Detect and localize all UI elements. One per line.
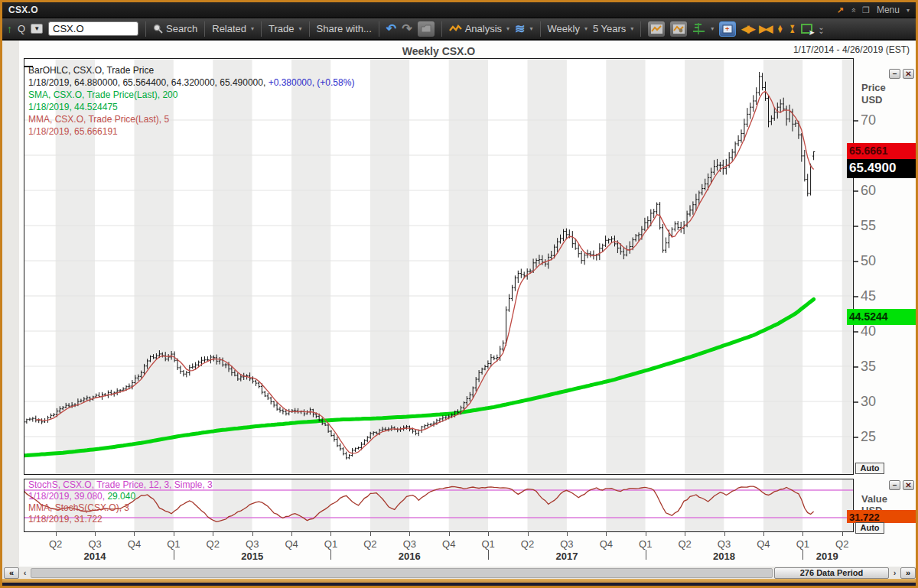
stoch-minimize-panel-icon[interactable]: – xyxy=(889,480,900,490)
quarter-label: Q2 xyxy=(835,538,848,550)
price-badge-2: 44.5244 xyxy=(847,309,916,325)
quarter-label: Q2 xyxy=(49,538,62,550)
window-title: CSX.O xyxy=(8,5,38,15)
time-axis-tick xyxy=(370,532,371,536)
price-tick-55: 55 xyxy=(854,218,876,234)
legend-series-dash xyxy=(24,66,33,67)
chart-edit-icon[interactable] xyxy=(670,21,687,37)
quarter-label: Q3 xyxy=(88,538,101,550)
quarter-label: Q1 xyxy=(639,538,652,550)
quarter-label: Q4 xyxy=(600,538,613,550)
scroll-step-forward-button[interactable]: › xyxy=(890,567,899,579)
chart-date-range: 1/17/2014 - 4/26/2019 (EST) xyxy=(793,44,910,55)
year-label: 2016 xyxy=(399,551,421,562)
stoch-axis-auto-button[interactable]: Auto xyxy=(855,522,884,534)
price-badge-0: 65.6661 xyxy=(847,143,916,159)
price-axis[interactable]: – ✕ Price USD 70656055504540353025 65.66… xyxy=(854,58,916,532)
trade-menu[interactable]: Trade▾ xyxy=(269,23,302,34)
year-label: 2014 xyxy=(84,551,106,562)
time-axis-tick xyxy=(449,532,450,536)
collapse-icon[interactable]: » xyxy=(849,8,858,12)
compress-vertical-icon[interactable]: ▼▲ xyxy=(789,25,796,33)
scroll-skip-back-button[interactable]: « xyxy=(4,567,19,579)
symbol-input[interactable] xyxy=(48,21,138,36)
stoch-close-panel-icon[interactable]: ✕ xyxy=(903,480,914,490)
indicator-levels-menu[interactable]: ▾ xyxy=(692,23,714,34)
time-axis-tick xyxy=(646,532,646,536)
save-layout-icon[interactable] xyxy=(418,21,435,37)
quarter-label: Q4 xyxy=(757,538,770,550)
quarter-label: Q1 xyxy=(324,538,337,550)
add-panel-icon[interactable]: + xyxy=(719,21,736,37)
time-axis-tick xyxy=(252,532,253,536)
frequency-dropdown[interactable]: Weekly▾ xyxy=(548,23,588,34)
expand-horizontal-icon[interactable]: ◀▶ xyxy=(741,23,754,34)
time-axis-tick xyxy=(488,532,489,536)
stoch-axis-label: Value xyxy=(861,493,887,505)
quote-type-dropdown[interactable]: ▼ xyxy=(31,24,43,34)
price-axis-currency: USD xyxy=(861,94,882,106)
time-axis-tick xyxy=(842,532,843,536)
app-window: CSX.O ↗ » ❐ Menu ▾ ↑ Q ▼ Search Related▾… xyxy=(0,0,918,588)
time-axis-tick xyxy=(213,532,213,536)
time-axis-tick xyxy=(95,532,96,536)
price-axis-auto-button[interactable]: Auto xyxy=(855,463,884,474)
time-axis-tick xyxy=(802,532,803,536)
scroll-skip-forward-button[interactable]: » xyxy=(900,567,916,579)
expand-vertical-icon[interactable]: ▲▼ xyxy=(776,25,783,33)
chart-scrollbar: « ‹ 276 Data Period › » xyxy=(4,567,916,579)
stochastic-panel[interactable]: StochS, CSX.O, Trade Price, 12, 3, Simpl… xyxy=(24,479,854,532)
waves-overlay-menu[interactable]: ≋▾ xyxy=(515,21,532,36)
stochastic-chart-svg xyxy=(24,479,854,532)
search-button[interactable]: Search xyxy=(153,23,197,34)
compress-horizontal-icon[interactable]: ▶◀ xyxy=(759,23,771,34)
quarter-label: Q3 xyxy=(718,538,731,550)
undo-icon[interactable]: ↶ xyxy=(386,21,396,36)
year-separator xyxy=(330,550,331,560)
time-axis-tick xyxy=(685,532,685,536)
price-chart-svg xyxy=(24,58,854,475)
time-axis-tick xyxy=(567,532,568,536)
chart-style-icon[interactable] xyxy=(648,21,665,37)
related-menu[interactable]: Related▾ xyxy=(212,23,254,34)
scrollbar-track[interactable] xyxy=(31,568,773,578)
year-label: 2019 xyxy=(816,551,838,562)
data-period-button[interactable]: 276 Data Period xyxy=(774,567,889,579)
quarter-label: Q4 xyxy=(442,538,455,550)
quote-type-label: Q xyxy=(18,23,25,34)
time-axis-tick xyxy=(763,532,764,536)
year-separator xyxy=(488,550,489,560)
range-dropdown[interactable]: 5 Years▾ xyxy=(593,23,633,34)
price-panel[interactable]: BarOHLC, CSX.O, Trade Price 1/18/2019, 6… xyxy=(24,58,854,475)
year-label: 2018 xyxy=(713,551,735,562)
share-with-button[interactable]: Share with... xyxy=(317,23,372,34)
year-separator xyxy=(802,550,803,560)
waves-icon: ≋ xyxy=(515,21,525,36)
quarter-label: Q3 xyxy=(246,538,259,550)
price-tick-30: 30 xyxy=(854,394,876,410)
time-axis: Q2Q3Q4Q1Q2Q3Q4Q1Q2Q3Q4Q1Q2Q3Q4Q1Q2Q3Q4Q1… xyxy=(24,532,858,564)
price-tick-70: 70 xyxy=(854,112,876,128)
close-panel-icon[interactable]: ✕ xyxy=(903,69,914,79)
menu-button[interactable]: Menu xyxy=(877,5,900,15)
quarter-label: Q4 xyxy=(285,538,298,550)
popout-icon[interactable]: ↗ xyxy=(837,6,844,15)
quarter-label: Q1 xyxy=(167,538,180,550)
zoom-select-icon[interactable]: ➤ xyxy=(801,24,812,34)
analysis-menu[interactable]: Analysis▾ xyxy=(449,23,509,34)
window-bottom-frame xyxy=(2,579,916,586)
stochastic-axis[interactable]: – ✕ Value USD 31.722 Auto xyxy=(854,479,916,532)
more-tools-icon[interactable]: ⌄⌄ xyxy=(818,25,824,33)
quarter-label: Q2 xyxy=(521,538,534,550)
minimize-panel-icon[interactable]: – xyxy=(889,69,900,79)
window-restore-icon[interactable]: ❐ xyxy=(862,6,870,15)
redo-icon[interactable]: ↷ xyxy=(402,21,412,36)
menu-caret-icon[interactable]: ▾ xyxy=(907,7,910,14)
price-tick-25: 25 xyxy=(854,429,876,445)
price-tick-50: 50 xyxy=(854,253,876,269)
scroll-step-back-button[interactable]: ‹ xyxy=(21,567,29,579)
titlebar: CSX.O ↗ » ❐ Menu ▾ xyxy=(2,2,916,18)
toolbar: ↑ Q ▼ Search Related▾ Trade▾ Share with.… xyxy=(2,18,916,41)
time-axis-tick xyxy=(56,532,57,536)
quote-up-arrow-icon: ↑ xyxy=(7,23,12,35)
